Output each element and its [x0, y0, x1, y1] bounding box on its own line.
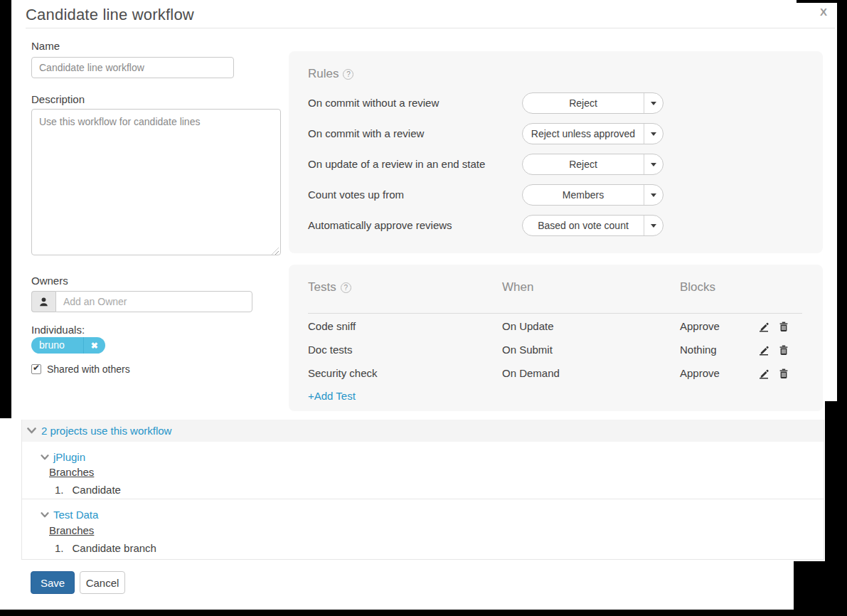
background-region — [0, 610, 847, 616]
help-icon[interactable]: ? — [343, 69, 353, 80]
projects-section: 2 projects use this workflow jPlugin Bra… — [21, 420, 824, 560]
test-blocks: Approve — [680, 320, 720, 332]
rule-row: On commit without a review Reject — [308, 92, 804, 114]
individuals-label: Individuals: — [31, 324, 85, 336]
rule-dropdown[interactable]: Reject unless approved — [522, 123, 664, 144]
rule-label: On commit without a review — [308, 92, 439, 114]
trash-icon[interactable] — [778, 320, 791, 333]
rules-heading: Rules ? — [308, 67, 353, 81]
close-icon[interactable]: X — [815, 3, 832, 20]
tag-remove-icon[interactable]: ✖ — [83, 337, 105, 354]
branches-link[interactable]: Branches — [49, 524, 94, 536]
blocks-column-header: Blocks — [680, 280, 715, 294]
rule-dropdown-value: Reject unless approved — [523, 124, 644, 144]
background-region — [825, 401, 847, 561]
test-row: Doc tests On Submit Nothing — [308, 344, 804, 358]
person-icon — [31, 291, 55, 312]
rules-panel: Rules ? On commit without a review Rejec… — [289, 51, 823, 253]
edit-icon[interactable] — [758, 344, 771, 356]
background-region — [0, 0, 11, 418]
branch-number: 1. — [55, 484, 64, 496]
chevron-down-icon — [27, 428, 36, 434]
name-label: Name — [31, 40, 60, 52]
rule-row: Automatically approve reviews Based on v… — [308, 215, 804, 236]
rule-dropdown-value: Based on vote count — [523, 216, 644, 235]
tag-name: bruno — [31, 337, 83, 354]
trash-icon[interactable] — [778, 344, 791, 356]
branch-name: Candidate branch — [73, 542, 156, 554]
branch-item: 1.Candidate — [55, 484, 121, 496]
rule-label: Automatically approve reviews — [308, 215, 452, 236]
trash-icon[interactable] — [778, 367, 791, 380]
when-column-header: When — [502, 280, 533, 294]
background-region — [794, 561, 847, 610]
test-row: Code sniff On Update Approve — [308, 320, 804, 334]
tests-heading: Tests ? — [308, 280, 351, 294]
branch-number: 1. — [55, 542, 64, 554]
add-owner-input[interactable] — [55, 291, 252, 312]
branches-link[interactable]: Branches — [49, 466, 94, 478]
edit-icon[interactable] — [758, 367, 771, 380]
test-when: On Demand — [502, 367, 560, 379]
chevron-down-icon — [41, 455, 49, 460]
owners-input-group — [31, 291, 252, 312]
rule-dropdown[interactable]: Reject — [522, 92, 664, 114]
help-icon[interactable]: ? — [341, 282, 351, 293]
edit-icon[interactable] — [758, 320, 771, 333]
caret-down-icon[interactable] — [644, 93, 663, 113]
shared-with-others-row: ✔ Shared with others — [31, 363, 130, 375]
rule-row: On update of a review in an end state Re… — [308, 154, 804, 175]
rule-label: On update of a review in an end state — [308, 154, 485, 175]
test-when: On Submit — [502, 344, 553, 356]
rule-dropdown-value: Reject — [523, 93, 644, 113]
owners-label: Owners — [31, 275, 68, 287]
project-toggle-test-data[interactable]: Test Data — [41, 509, 98, 521]
description-label: Description — [31, 93, 85, 105]
project-name[interactable]: jPlugin — [53, 451, 85, 463]
rule-label: On commit with a review — [308, 123, 424, 144]
test-name: Security check — [308, 367, 378, 379]
branch-name: Candidate — [73, 484, 121, 496]
title-divider — [26, 28, 835, 28]
rule-dropdown[interactable]: Reject — [522, 154, 664, 175]
shared-checkbox-label: Shared with others — [47, 363, 130, 375]
caret-down-icon[interactable] — [644, 154, 663, 174]
test-when: On Update — [502, 320, 554, 332]
rule-dropdown[interactable]: Based on vote count — [522, 215, 664, 236]
test-blocks: Approve — [680, 367, 720, 379]
rule-dropdown[interactable]: Members — [522, 184, 664, 206]
workflow-modal: Candidate line workflow X Name Descripti… — [0, 0, 847, 616]
caret-down-icon[interactable] — [644, 124, 663, 144]
rule-row: On commit with a review Reject unless ap… — [308, 123, 804, 144]
project-name[interactable]: Test Data — [53, 509, 98, 521]
rule-dropdown-value: Members — [523, 185, 644, 205]
modal-title: Candidate line workflow — [26, 6, 194, 24]
projects-header-label: 2 projects use this workflow — [41, 425, 171, 437]
checkmark-icon: ✔ — [33, 363, 40, 373]
shared-checkbox[interactable]: ✔ — [31, 364, 41, 374]
caret-down-icon[interactable] — [644, 216, 663, 235]
owner-tag-bruno: bruno ✖ — [31, 337, 105, 354]
caret-down-icon[interactable] — [644, 185, 663, 205]
rule-label: Count votes up from — [308, 184, 404, 206]
test-row: Security check On Demand Approve — [308, 367, 804, 381]
test-name: Doc tests — [308, 344, 353, 356]
cancel-button[interactable]: Cancel — [80, 571, 125, 594]
name-input[interactable] — [31, 57, 234, 78]
projects-header[interactable]: 2 projects use this workflow — [22, 420, 824, 442]
test-name: Code sniff — [308, 320, 356, 332]
branch-item: 1.Candidate branch — [55, 542, 156, 554]
tests-header-divider — [308, 313, 802, 314]
rule-dropdown-value: Reject — [523, 154, 644, 174]
add-test-link[interactable]: +Add Test — [308, 390, 356, 402]
background-region — [837, 0, 847, 401]
rule-row: Count votes up from Members — [308, 184, 804, 206]
projects-divider — [22, 499, 824, 499]
project-toggle-jplugin[interactable]: jPlugin — [41, 451, 85, 463]
save-button[interactable]: Save — [31, 571, 75, 594]
description-textarea[interactable]: Use this workflow for candidate lines — [31, 109, 281, 255]
test-blocks: Nothing — [680, 344, 717, 356]
chevron-down-icon — [41, 512, 49, 518]
tests-panel: Tests ? When Blocks Code sniff On Update… — [289, 265, 823, 411]
